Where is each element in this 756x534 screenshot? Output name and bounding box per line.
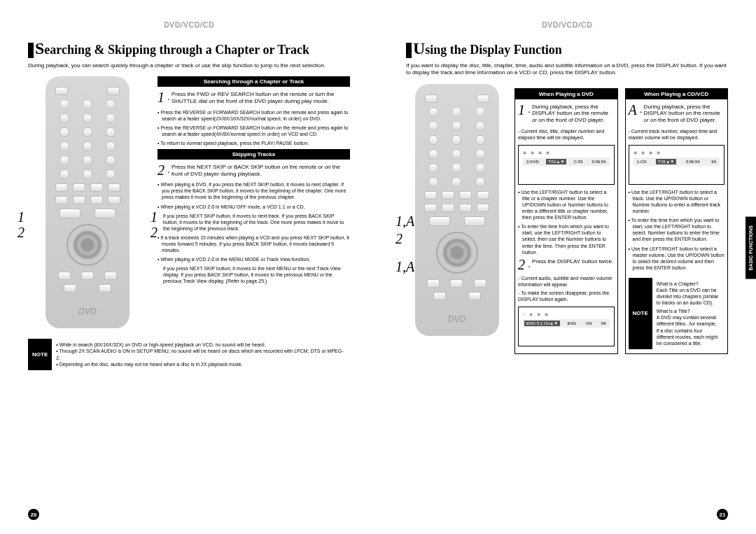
remote-illustration: 1,A 2 1,A DVD: [406, 84, 507, 354]
note-a2: A DVD may contain several different titl…: [657, 314, 720, 346]
left-page: DVD/VCD/CD Searching & Skipping through …: [0, 0, 378, 534]
dash-note: - Current track number, elapsed time and…: [629, 128, 725, 141]
bullet: Use the LEFT/RIGHT button to select a ti…: [518, 189, 615, 220]
page-number: 20: [28, 509, 39, 520]
dvd-logo-icon: DVD: [422, 314, 492, 324]
page-title: Searching & Skipping through a Chapter o…: [28, 39, 350, 58]
remote-illustration: 1 2 1 2 DVD: [28, 76, 147, 328]
bullet: To enter the time from which you want to…: [629, 217, 725, 242]
note-line: • Through 2X SCAN AUDIO is ON in SETUP M…: [56, 348, 346, 360]
bullet: When playing a DVD, if you press the NEX…: [158, 181, 350, 200]
section-header-dvd: When Playing a DVD: [515, 89, 617, 99]
note-box: NOTE • While in search (8X/16X/32X) on D…: [28, 339, 350, 370]
note-q1: What is a Chapter?: [657, 281, 720, 287]
bullet: Use the LEFT/RIGHT button to select a tr…: [629, 189, 725, 214]
shuttle-dial-icon: [66, 224, 108, 266]
bullet: To return to normal speed playback, pres…: [158, 140, 350, 146]
callout-1-left: 1: [18, 209, 24, 225]
intro-text: If you want to display the disc, title, …: [406, 62, 728, 77]
bullet-cont: if you press NEXT SKIP button, it moves …: [163, 265, 350, 284]
note-box-right: NOTE What is a Chapter? Each Title on a …: [629, 278, 725, 349]
dvd-column: When Playing a DVD 1. During playback, p…: [514, 88, 618, 354]
callout-1a: 1,A: [396, 213, 414, 230]
display-screen-cd: ◉◉◉◉ 1-CD T:01▲▼ 0:06:54 99: [629, 145, 725, 185]
display-screen-dvd-2: ♪◉◉◉ ENG 5.1 CH▲▼ ENG ON 99: [518, 307, 615, 346]
bullet: Press the REVERSE or FORWARD SEARCH butt…: [158, 125, 350, 137]
disc-type-header: DVD/VCD/CD: [28, 21, 350, 29]
note-label: NOTE: [629, 278, 652, 349]
step-2-dvd: 2. Press the DISPLAY button twice.: [518, 258, 615, 271]
dash-note: - Current audio, subtitle and master vol…: [518, 275, 615, 288]
note-line: • While in search (8X/16X/32X) on DVD or…: [56, 342, 346, 348]
title-bar-icon: [406, 43, 412, 58]
cdvcd-column: When Playing a CD/VCD A. During playback…: [625, 88, 729, 354]
dash-note: - To make the screen disappear, press th…: [518, 290, 615, 302]
callout-2: 2: [396, 231, 402, 247]
section-header-cdvcd: When Playing a CD/VCD: [626, 89, 728, 99]
dvd-logo-icon: DVD: [52, 307, 122, 316]
callout-1-right: 1: [150, 209, 158, 225]
shuttle-dial-icon: [436, 232, 478, 274]
step-1-dvd: 1. During playback, press the DISPLAY bu…: [518, 104, 615, 124]
page-number: 21: [717, 509, 728, 520]
intro-text: During playback, you can search quickly …: [28, 62, 350, 69]
dash-note: - Current disc, title, chapter number an…: [518, 128, 615, 141]
remote-body: DVD: [46, 76, 130, 328]
note-label: NOTE: [28, 339, 52, 370]
title-bar-icon: [28, 43, 34, 58]
callout-2-left: 2: [18, 225, 24, 241]
step-2: 2. Press the NEXT SKIP or BACK SKIP butt…: [158, 164, 350, 177]
note-q2: What is a Title?: [657, 308, 720, 314]
note-a1: Each Title on a DVD can be divided into …: [657, 287, 720, 306]
bullet: If a track exceeds 15 minutes when playi…: [158, 234, 350, 253]
right-page: DVD/VCD/CD Using the Display Function If…: [378, 0, 756, 534]
bullet: To enter the time from which you want to…: [518, 223, 615, 255]
step-1: 1. Press the FWD or REV SEARCH button on…: [158, 91, 350, 104]
section-header-skipping: Skipping Tracks: [158, 149, 350, 160]
display-screen-dvd-1: ◉◉◉◉ 2-DVD T:01▲▼ C:03 0:06:54: [518, 145, 615, 185]
bullet: When playing a VCD 2.0 in the MENU MODE …: [158, 256, 350, 262]
step-a-cdvcd: A. During playback, press the DISPLAY bu…: [629, 104, 725, 124]
page-title: Using the Display Function: [406, 39, 728, 58]
bullet: Use the LEFT/RIGHT button to select a ma…: [629, 246, 725, 271]
remote-body: DVD: [415, 84, 499, 336]
bullet-cont: if you press NEXT SKIP button, it moves …: [163, 213, 350, 232]
side-tab: BASIC FUNCTIONS: [746, 217, 756, 279]
bullet: Press the REVERSE or FORWARD SEARCH butt…: [158, 109, 350, 122]
callout-1a-2: 1,A: [396, 259, 414, 275]
note-line: • Depending on the disc, audio may not b…: [56, 361, 346, 367]
callout-2-right: 2: [150, 225, 158, 241]
disc-type-header: DVD/VCD/CD: [406, 21, 728, 29]
section-header-searching: Searching through a Chapter or Track: [158, 76, 350, 87]
instructions-column: Searching through a Chapter or Track 1. …: [158, 76, 350, 328]
bullet: When playing a VCD 2.0 in MENU OFF mode,…: [158, 204, 350, 210]
